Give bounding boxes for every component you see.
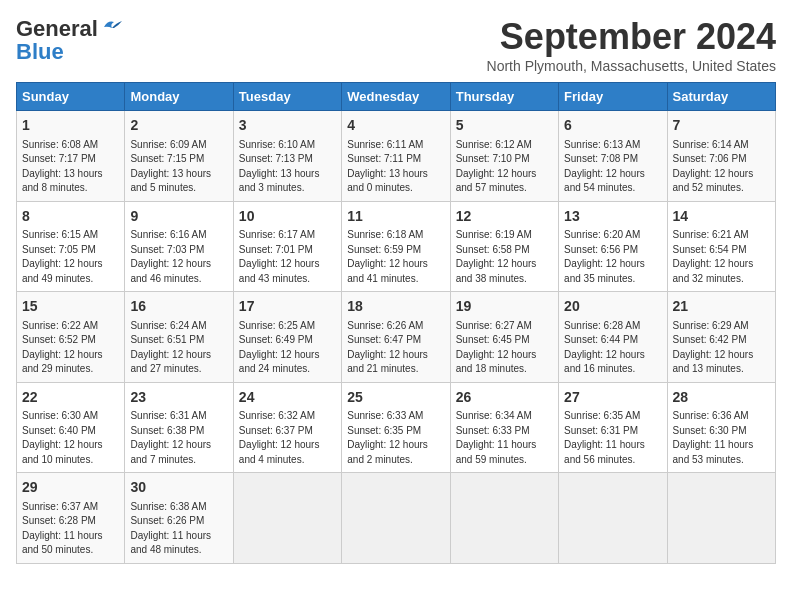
day-info: Sunrise: 6:12 AMSunset: 7:10 PMDaylight:… xyxy=(456,138,553,196)
day-number: 25 xyxy=(347,388,444,408)
day-number: 3 xyxy=(239,116,336,136)
calendar-cell: 13Sunrise: 6:20 AMSunset: 6:56 PMDayligh… xyxy=(559,201,667,292)
day-number: 10 xyxy=(239,207,336,227)
calendar-cell: 6Sunrise: 6:13 AMSunset: 7:08 PMDaylight… xyxy=(559,111,667,202)
day-number: 23 xyxy=(130,388,227,408)
calendar-header-row: SundayMondayTuesdayWednesdayThursdayFrid… xyxy=(17,83,776,111)
calendar-cell: 30Sunrise: 6:38 AMSunset: 6:26 PMDayligh… xyxy=(125,473,233,564)
day-number: 22 xyxy=(22,388,119,408)
day-info: Sunrise: 6:14 AMSunset: 7:06 PMDaylight:… xyxy=(673,138,770,196)
day-number: 18 xyxy=(347,297,444,317)
calendar-cell xyxy=(559,473,667,564)
day-number: 24 xyxy=(239,388,336,408)
day-number: 2 xyxy=(130,116,227,136)
day-info: Sunrise: 6:36 AMSunset: 6:30 PMDaylight:… xyxy=(673,409,770,467)
day-number: 16 xyxy=(130,297,227,317)
day-number: 11 xyxy=(347,207,444,227)
day-info: Sunrise: 6:09 AMSunset: 7:15 PMDaylight:… xyxy=(130,138,227,196)
day-number: 21 xyxy=(673,297,770,317)
month-title: September 2024 xyxy=(487,16,776,58)
location-subtitle: North Plymouth, Massachusetts, United St… xyxy=(487,58,776,74)
calendar-cell: 12Sunrise: 6:19 AMSunset: 6:58 PMDayligh… xyxy=(450,201,558,292)
day-info: Sunrise: 6:13 AMSunset: 7:08 PMDaylight:… xyxy=(564,138,661,196)
header-wednesday: Wednesday xyxy=(342,83,450,111)
header-monday: Monday xyxy=(125,83,233,111)
day-info: Sunrise: 6:38 AMSunset: 6:26 PMDaylight:… xyxy=(130,500,227,558)
day-info: Sunrise: 6:29 AMSunset: 6:42 PMDaylight:… xyxy=(673,319,770,377)
day-info: Sunrise: 6:17 AMSunset: 7:01 PMDaylight:… xyxy=(239,228,336,286)
day-number: 9 xyxy=(130,207,227,227)
day-info: Sunrise: 6:15 AMSunset: 7:05 PMDaylight:… xyxy=(22,228,119,286)
calendar-cell: 16Sunrise: 6:24 AMSunset: 6:51 PMDayligh… xyxy=(125,292,233,383)
day-number: 7 xyxy=(673,116,770,136)
calendar-cell: 26Sunrise: 6:34 AMSunset: 6:33 PMDayligh… xyxy=(450,382,558,473)
calendar-cell: 20Sunrise: 6:28 AMSunset: 6:44 PMDayligh… xyxy=(559,292,667,383)
day-info: Sunrise: 6:33 AMSunset: 6:35 PMDaylight:… xyxy=(347,409,444,467)
calendar-cell: 19Sunrise: 6:27 AMSunset: 6:45 PMDayligh… xyxy=(450,292,558,383)
day-number: 13 xyxy=(564,207,661,227)
day-info: Sunrise: 6:26 AMSunset: 6:47 PMDaylight:… xyxy=(347,319,444,377)
day-info: Sunrise: 6:11 AMSunset: 7:11 PMDaylight:… xyxy=(347,138,444,196)
calendar-cell xyxy=(450,473,558,564)
calendar-cell: 11Sunrise: 6:18 AMSunset: 6:59 PMDayligh… xyxy=(342,201,450,292)
calendar-cell: 8Sunrise: 6:15 AMSunset: 7:05 PMDaylight… xyxy=(17,201,125,292)
logo-bird-icon xyxy=(100,18,122,36)
day-number: 4 xyxy=(347,116,444,136)
day-info: Sunrise: 6:25 AMSunset: 6:49 PMDaylight:… xyxy=(239,319,336,377)
header-saturday: Saturday xyxy=(667,83,775,111)
page-header: General Blue September 2024 North Plymou… xyxy=(16,16,776,74)
day-info: Sunrise: 6:08 AMSunset: 7:17 PMDaylight:… xyxy=(22,138,119,196)
day-info: Sunrise: 6:24 AMSunset: 6:51 PMDaylight:… xyxy=(130,319,227,377)
day-number: 8 xyxy=(22,207,119,227)
header-tuesday: Tuesday xyxy=(233,83,341,111)
header-sunday: Sunday xyxy=(17,83,125,111)
calendar-cell: 3Sunrise: 6:10 AMSunset: 7:13 PMDaylight… xyxy=(233,111,341,202)
day-info: Sunrise: 6:21 AMSunset: 6:54 PMDaylight:… xyxy=(673,228,770,286)
day-info: Sunrise: 6:18 AMSunset: 6:59 PMDaylight:… xyxy=(347,228,444,286)
day-number: 12 xyxy=(456,207,553,227)
day-info: Sunrise: 6:37 AMSunset: 6:28 PMDaylight:… xyxy=(22,500,119,558)
calendar-table: SundayMondayTuesdayWednesdayThursdayFrid… xyxy=(16,82,776,564)
calendar-cell xyxy=(233,473,341,564)
calendar-week-4: 22Sunrise: 6:30 AMSunset: 6:40 PMDayligh… xyxy=(17,382,776,473)
calendar-cell: 28Sunrise: 6:36 AMSunset: 6:30 PMDayligh… xyxy=(667,382,775,473)
day-info: Sunrise: 6:22 AMSunset: 6:52 PMDaylight:… xyxy=(22,319,119,377)
calendar-cell: 10Sunrise: 6:17 AMSunset: 7:01 PMDayligh… xyxy=(233,201,341,292)
calendar-cell xyxy=(667,473,775,564)
day-number: 1 xyxy=(22,116,119,136)
title-block: September 2024 North Plymouth, Massachus… xyxy=(487,16,776,74)
day-info: Sunrise: 6:30 AMSunset: 6:40 PMDaylight:… xyxy=(22,409,119,467)
calendar-cell: 29Sunrise: 6:37 AMSunset: 6:28 PMDayligh… xyxy=(17,473,125,564)
calendar-cell: 15Sunrise: 6:22 AMSunset: 6:52 PMDayligh… xyxy=(17,292,125,383)
calendar-cell: 25Sunrise: 6:33 AMSunset: 6:35 PMDayligh… xyxy=(342,382,450,473)
calendar-cell: 2Sunrise: 6:09 AMSunset: 7:15 PMDaylight… xyxy=(125,111,233,202)
calendar-cell: 17Sunrise: 6:25 AMSunset: 6:49 PMDayligh… xyxy=(233,292,341,383)
day-number: 14 xyxy=(673,207,770,227)
calendar-week-5: 29Sunrise: 6:37 AMSunset: 6:28 PMDayligh… xyxy=(17,473,776,564)
header-friday: Friday xyxy=(559,83,667,111)
day-number: 19 xyxy=(456,297,553,317)
calendar-week-3: 15Sunrise: 6:22 AMSunset: 6:52 PMDayligh… xyxy=(17,292,776,383)
day-number: 30 xyxy=(130,478,227,498)
day-info: Sunrise: 6:27 AMSunset: 6:45 PMDaylight:… xyxy=(456,319,553,377)
calendar-week-2: 8Sunrise: 6:15 AMSunset: 7:05 PMDaylight… xyxy=(17,201,776,292)
day-info: Sunrise: 6:19 AMSunset: 6:58 PMDaylight:… xyxy=(456,228,553,286)
day-number: 29 xyxy=(22,478,119,498)
logo-blue-text: Blue xyxy=(16,42,64,62)
calendar-cell: 27Sunrise: 6:35 AMSunset: 6:31 PMDayligh… xyxy=(559,382,667,473)
day-info: Sunrise: 6:10 AMSunset: 7:13 PMDaylight:… xyxy=(239,138,336,196)
day-number: 26 xyxy=(456,388,553,408)
day-number: 20 xyxy=(564,297,661,317)
calendar-cell: 22Sunrise: 6:30 AMSunset: 6:40 PMDayligh… xyxy=(17,382,125,473)
calendar-cell: 9Sunrise: 6:16 AMSunset: 7:03 PMDaylight… xyxy=(125,201,233,292)
calendar-week-1: 1Sunrise: 6:08 AMSunset: 7:17 PMDaylight… xyxy=(17,111,776,202)
day-number: 15 xyxy=(22,297,119,317)
calendar-cell: 1Sunrise: 6:08 AMSunset: 7:17 PMDaylight… xyxy=(17,111,125,202)
calendar-cell: 14Sunrise: 6:21 AMSunset: 6:54 PMDayligh… xyxy=(667,201,775,292)
day-info: Sunrise: 6:32 AMSunset: 6:37 PMDaylight:… xyxy=(239,409,336,467)
day-number: 27 xyxy=(564,388,661,408)
day-number: 5 xyxy=(456,116,553,136)
day-info: Sunrise: 6:16 AMSunset: 7:03 PMDaylight:… xyxy=(130,228,227,286)
calendar-cell: 18Sunrise: 6:26 AMSunset: 6:47 PMDayligh… xyxy=(342,292,450,383)
calendar-cell: 7Sunrise: 6:14 AMSunset: 7:06 PMDaylight… xyxy=(667,111,775,202)
